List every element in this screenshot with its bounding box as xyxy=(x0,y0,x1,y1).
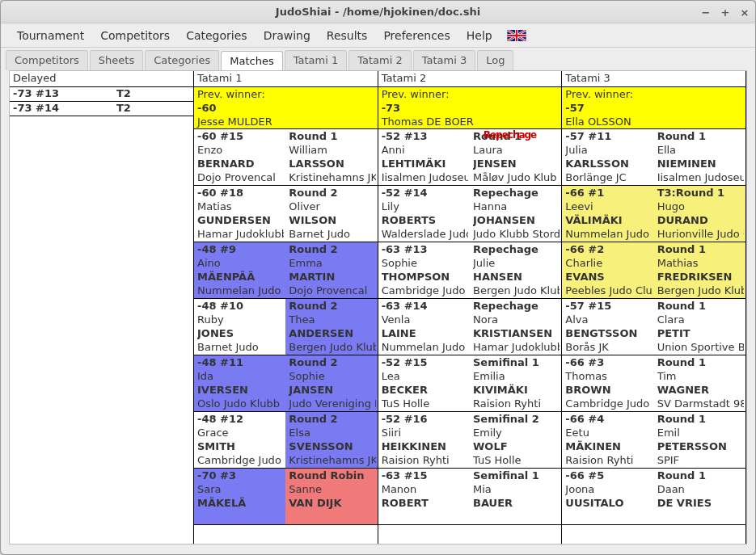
match-right: RepechageHannaJOHANSENJudo Klubb Stord xyxy=(470,186,561,242)
prev-winner-cat: -73 xyxy=(382,101,559,115)
menu-tournament[interactable]: Tournament xyxy=(9,26,92,45)
match-id-or-round: -52 #16 xyxy=(382,412,468,426)
delayed-column: Delayed-73 #13T2-73 #14T2 xyxy=(10,71,194,544)
competitor-club: Cambridge Judo xyxy=(565,397,652,410)
delayed-tatami: T2 xyxy=(113,102,134,116)
competitor-first: Lily xyxy=(382,200,468,213)
match-row[interactable]: -52 #15LeaBECKERTuS HolleSemifinal 1Emil… xyxy=(378,355,562,412)
tab-tatami2[interactable]: Tatami 2 xyxy=(348,50,412,70)
competitor-club: Borlänge JC xyxy=(565,170,652,184)
delayed-header: Delayed xyxy=(10,71,193,87)
match-row[interactable]: -60 #18MatiasGUNDERSENHamar JudoklubbRou… xyxy=(194,186,378,242)
match-id-or-round: -63 #15 xyxy=(382,469,468,482)
match-row[interactable]: -63 #13SophieTHOMPSONCambridge JudoRepec… xyxy=(378,242,562,299)
competitor-first: Emil xyxy=(657,426,744,439)
competitor-first: Emma xyxy=(289,256,375,270)
menu-results[interactable]: Results xyxy=(319,26,376,45)
match-right: Round 1WilliamLARSSONKristinehamns JK xyxy=(285,129,377,185)
match-row[interactable]: -48 #11IdaIVERSENOslo Judo KlubbRound 2S… xyxy=(194,355,378,412)
competitor-last: DURAND xyxy=(657,213,744,227)
match-id-or-round: -66 #2 xyxy=(565,242,652,256)
competitor-first: Sanne xyxy=(289,482,375,496)
match-row[interactable]: -66 #2CharlieEVANSPeebles Judo ClubRound… xyxy=(562,242,745,299)
competitor-club: TuS Holle xyxy=(382,397,468,410)
menu-drawing[interactable]: Drawing xyxy=(256,26,319,45)
match-id-or-round: Repechage xyxy=(473,299,560,313)
competitor-first: Grace xyxy=(197,426,284,439)
match-row[interactable]: -66 #1LeeviVÄLIMÄKINummelan JudoT3:Round… xyxy=(562,186,745,242)
tabs-row: Competitors Sheets Categories Matches Ta… xyxy=(1,48,755,70)
competitor-club: Nummelan Judo xyxy=(382,340,468,354)
match-row[interactable]: -70 #3SaraMÄKELÄRound RobinSanneVAN DIJK xyxy=(194,469,378,525)
match-row[interactable]: -57 #15AlvaBENGTSSONBorås JKRound 1Clara… xyxy=(562,299,745,355)
competitor-first: Sophie xyxy=(382,256,468,270)
competitor-first: Julia xyxy=(565,143,652,157)
competitor-last: BENGTSSON xyxy=(565,326,652,340)
tatami-header: Tatami 3 xyxy=(562,71,745,87)
match-left: -66 #5JoonaUUSITALO xyxy=(562,469,653,524)
match-right: T3:Round 1HugoDURANDHurionville Judo C xyxy=(654,186,745,242)
match-left: -63 #13SophieTHOMPSONCambridge Judo xyxy=(378,242,470,298)
match-row[interactable]: -48 #9AinoMÄENPÄÄNummelan JudoRound 2Emm… xyxy=(194,242,378,299)
match-row[interactable]: -66 #5JoonaUUSITALORound 1DaanDE VRIES xyxy=(562,469,745,525)
match-row[interactable]: -66 #3ThomasBROWNCambridge JudoRound 1Ti… xyxy=(562,355,745,412)
close-button[interactable]: × xyxy=(739,6,750,18)
menu-preferences[interactable]: Preferences xyxy=(375,26,458,45)
competitor-last: NIEMINEN xyxy=(657,157,744,170)
tab-log[interactable]: Log xyxy=(477,50,513,70)
match-left: -66 #4EetuMÄKINENRaision Ryhti xyxy=(562,412,653,468)
competitor-last: VÄLIMÄKI xyxy=(565,213,652,227)
competitor-last: LAINE xyxy=(382,326,468,340)
competitor-club: Dojo Provencal xyxy=(289,284,375,297)
menu-competitors[interactable]: Competitors xyxy=(92,26,178,45)
match-row[interactable]: -57 #11JuliaKARLSSONBorlänge JCRound 1El… xyxy=(562,129,745,186)
match-id-or-round: Round 2 xyxy=(289,412,375,426)
match-right: RepechageJulieHANSENBergen Judo Klubb xyxy=(470,242,561,298)
match-left: -48 #10RubyJONESBarnet Judo xyxy=(194,299,285,355)
match-id-or-round: -66 #5 xyxy=(565,469,652,482)
tab-sheets[interactable]: Sheets xyxy=(90,50,143,70)
tab-competitors[interactable]: Competitors xyxy=(6,50,88,70)
competitor-last: JENSEN xyxy=(473,157,560,170)
competitor-club: Raision Ryhti xyxy=(473,397,560,410)
menu-help[interactable]: Help xyxy=(458,26,500,45)
match-row[interactable]: -60 #15EnzoBERNARDDojo ProvencalRound 1W… xyxy=(194,129,378,186)
uk-flag-icon[interactable] xyxy=(507,30,526,41)
menu-categories[interactable]: Categories xyxy=(178,26,255,45)
match-row[interactable]: -48 #10RubyJONESBarnet JudoRound 2TheaAN… xyxy=(194,299,378,355)
competitor-last: JANSEN xyxy=(289,383,375,397)
match-id-or-round: Round 1 xyxy=(657,242,744,256)
competitor-last: ROBERTS xyxy=(382,213,468,227)
competitor-club: Walderslade Judo xyxy=(382,227,468,241)
match-row[interactable]: -52 #16SiiriHEIKKINENRaision RyhtiSemifi… xyxy=(378,412,562,469)
titlebar: JudoShiai - /home/hjokinen/doc.shi − + × xyxy=(1,1,755,23)
competitor-club: Hamar Judoklubb xyxy=(473,340,560,354)
delayed-row[interactable]: -73 #13T2 xyxy=(10,87,193,102)
match-row[interactable]: -48 #12GraceSMITHCambridge JudoRound 2El… xyxy=(194,412,378,469)
delayed-tatami: T2 xyxy=(113,87,134,101)
match-row[interactable]: -66 #4EetuMÄKINENRaision RyhtiRound 1Emi… xyxy=(562,412,745,469)
competitor-last: IVERSEN xyxy=(197,383,284,397)
competitor-first: William xyxy=(289,143,375,157)
tab-categories[interactable]: Categories xyxy=(145,50,219,70)
match-row[interactable]: -63 #14VenlaLAINENummelan JudoRepechageN… xyxy=(378,299,562,355)
competitor-last: KRISTIANSEN xyxy=(473,326,560,340)
competitor-first: Ella xyxy=(657,143,744,157)
competitor-first: Thomas xyxy=(565,369,652,383)
menubar: Tournament Competitors Categories Drawin… xyxy=(1,23,755,48)
tab-tatami3[interactable]: Tatami 3 xyxy=(413,50,476,70)
tab-matches[interactable]: Matches xyxy=(221,51,282,71)
tab-tatami1[interactable]: Tatami 1 xyxy=(285,50,348,70)
match-row[interactable]: -63 #15ManonROBERTSemifinal 1MiaBAUER xyxy=(378,469,562,525)
competitor-last: WOLF xyxy=(473,439,560,453)
match-row[interactable]: -52 #14LilyROBERTSWalderslade JudoRepech… xyxy=(378,186,562,242)
match-right: Round 2SophieJANSENJudo Vereniging I xyxy=(285,355,377,411)
competitor-first: Sophie xyxy=(289,369,375,383)
match-id-or-round: Round 1 xyxy=(657,129,744,143)
match-id-or-round: Repechage xyxy=(473,242,560,256)
match-right: Round 1TimWAGNERSV Darmstadt 98 xyxy=(654,355,745,411)
maximize-button[interactable]: + xyxy=(720,6,731,18)
match-right: Round RobinSanneVAN DIJK xyxy=(285,469,377,524)
minimize-button[interactable]: − xyxy=(700,6,712,18)
delayed-row[interactable]: -73 #14T2 xyxy=(10,102,193,116)
